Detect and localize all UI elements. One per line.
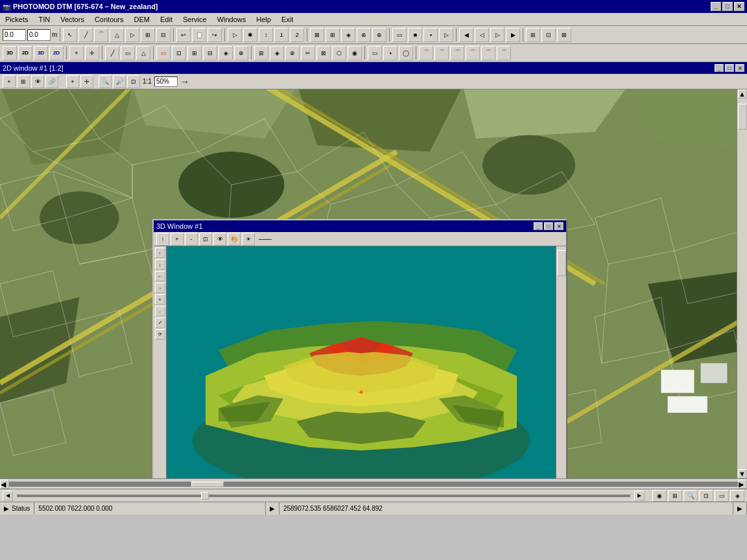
- tb2-s2[interactable]: ◈: [270, 46, 284, 60]
- menu-dem[interactable]: DEM: [129, 13, 155, 25]
- tb2-s3[interactable]: ⊕: [285, 46, 300, 60]
- tb2-r5[interactable]: ◈: [219, 46, 233, 60]
- tb-btn-27[interactable]: ▷: [490, 28, 504, 42]
- nav-slider-thumb[interactable]: [201, 492, 209, 500]
- maximize-button[interactable]: □: [722, 2, 733, 11]
- tb2-tri[interactable]: △: [136, 46, 150, 60]
- win2d-tb-zin[interactable]: 🔍: [99, 75, 112, 88]
- tb2-2d[interactable]: 2D: [18, 46, 32, 60]
- win3d-tb-zout[interactable]: -: [185, 233, 198, 246]
- tb2-plus[interactable]: +: [69, 46, 84, 60]
- panel-btn-1[interactable]: ↑: [155, 248, 165, 258]
- menu-service[interactable]: Service: [178, 13, 212, 25]
- menu-pickets[interactable]: Pickets: [0, 13, 33, 25]
- menu-contours[interactable]: Contours: [89, 13, 129, 25]
- map-canvas[interactable]: 3D Window #1 _ □ ✕ ↑ + - ⊡ 👁 🎨 ☀ ——: [0, 89, 747, 478]
- tb-btn-14[interactable]: 1: [274, 28, 289, 42]
- nav-prev[interactable]: ◀: [3, 491, 13, 501]
- win3d-close[interactable]: ✕: [554, 222, 563, 230]
- win2d-tb-fit[interactable]: ⊡: [127, 75, 140, 88]
- tb-btn-23[interactable]: ▪: [423, 28, 438, 42]
- win2d-tb-zout[interactable]: 🔎: [113, 75, 126, 88]
- tb-btn-16[interactable]: ⊠: [310, 28, 324, 42]
- tb-btn-21[interactable]: ▭: [392, 28, 407, 42]
- win2d-maximize[interactable]: □: [725, 64, 734, 72]
- tb-btn-1[interactable]: ↖: [63, 28, 77, 42]
- status-arrow2[interactable]: ▶: [737, 505, 742, 512]
- tb-btn-9[interactable]: 📋: [192, 28, 206, 42]
- panel-btn-3[interactable]: ←: [155, 271, 165, 281]
- tb2-r1[interactable]: ▭: [156, 46, 171, 60]
- win3d-tb-light[interactable]: ☀: [242, 233, 255, 246]
- panel-btn-8[interactable]: ⟳: [155, 329, 165, 340]
- tb-btn-24[interactable]: ▷: [439, 28, 453, 42]
- tb2-r4[interactable]: ⊟: [203, 46, 217, 60]
- win2d-tb-add[interactable]: +: [3, 75, 16, 88]
- win3d-tb-fit[interactable]: ⊡: [199, 233, 212, 246]
- tb-btn-19[interactable]: ⊗: [357, 28, 371, 42]
- win3d-tb-eye[interactable]: 👁: [213, 233, 226, 246]
- tb2-t1[interactable]: ▭: [368, 46, 382, 60]
- tb-btn-29[interactable]: ⊞: [526, 28, 540, 42]
- tb2-r6[interactable]: ⊗: [234, 46, 248, 60]
- win3d-canvas[interactable]: [167, 246, 556, 478]
- tb2-2d2[interactable]: 2D: [49, 46, 64, 60]
- tb-btn-18[interactable]: ◈: [341, 28, 355, 42]
- menu-help[interactable]: Help: [251, 13, 276, 25]
- tb-btn-2[interactable]: ╱: [78, 28, 93, 42]
- menu-tin[interactable]: TIN: [33, 13, 55, 25]
- tb-btn-15[interactable]: 2: [290, 28, 304, 42]
- win2d-tb-layers[interactable]: ⊞: [17, 75, 30, 88]
- tb2-s4[interactable]: ✂: [301, 46, 315, 60]
- win2d-zoom-arrow[interactable]: →: [179, 76, 191, 87]
- win3d-vscroll-thumb[interactable]: [557, 250, 566, 276]
- win2d-tb-eye[interactable]: 👁: [31, 75, 44, 88]
- menu-exit[interactable]: Exit: [276, 13, 298, 25]
- tb-btn-13[interactable]: ↕: [259, 28, 273, 42]
- nav-icon-6[interactable]: ◈: [730, 490, 744, 502]
- nav-icon-3[interactable]: 🔍: [683, 490, 698, 502]
- menu-vectors[interactable]: Vectors: [55, 13, 89, 25]
- tb2-u1[interactable]: ⌒: [419, 46, 433, 60]
- tb-btn-30[interactable]: ⊡: [541, 28, 556, 42]
- tb-btn-6[interactable]: ⊞: [141, 28, 155, 42]
- tb2-cross[interactable]: ✛: [85, 46, 99, 60]
- win2d-tb-plus[interactable]: +: [66, 75, 79, 88]
- minimize-button[interactable]: _: [711, 2, 721, 11]
- tb-btn-10[interactable]: ↪: [208, 28, 222, 42]
- nav-icon-5[interactable]: ▭: [715, 490, 729, 502]
- tb2-3d2[interactable]: 3D: [34, 46, 48, 60]
- menu-edit[interactable]: Edit: [155, 13, 178, 25]
- status-arrow2-section[interactable]: ▶: [733, 502, 747, 515]
- win3d-tb-color[interactable]: 🎨: [228, 233, 241, 246]
- vscroll-down[interactable]: ▼: [738, 469, 747, 478]
- tb-btn-5[interactable]: ▷: [125, 28, 139, 42]
- tb-btn-4[interactable]: △: [110, 28, 124, 42]
- tb-btn-7[interactable]: ⊟: [156, 28, 171, 42]
- hscroll-right[interactable]: ▶: [738, 480, 747, 489]
- win3d-minimize[interactable]: _: [534, 222, 543, 230]
- tb2-s5[interactable]: ⊠: [316, 46, 331, 60]
- close-button[interactable]: ✕: [734, 2, 744, 11]
- tb2-line[interactable]: ╱: [105, 46, 119, 60]
- win2d-hscrollbar[interactable]: ◀ ▶: [0, 478, 747, 489]
- win2d-minimize[interactable]: _: [715, 64, 724, 72]
- nav-slider[interactable]: [17, 495, 630, 497]
- tb-btn-8[interactable]: ↩: [176, 28, 191, 42]
- nav-icon-2[interactable]: ⊞: [668, 490, 682, 502]
- tb-btn-26[interactable]: ◁: [475, 28, 489, 42]
- panel-btn-7[interactable]: ⤢: [155, 318, 165, 328]
- panel-btn-2[interactable]: ↓: [155, 259, 165, 270]
- win3d-maximize[interactable]: □: [544, 222, 553, 230]
- tb2-u5[interactable]: ⌒: [481, 46, 495, 60]
- win3d-tb-zin[interactable]: +: [171, 233, 184, 246]
- hscroll-left[interactable]: ◀: [0, 480, 9, 489]
- tb-btn-3[interactable]: ⌒: [94, 28, 108, 42]
- tb2-u2[interactable]: ⌒: [434, 46, 449, 60]
- nav-icon-1[interactable]: ◉: [652, 490, 667, 502]
- tb2-s7[interactable]: ◉: [348, 46, 362, 60]
- win2d-tb-link[interactable]: 🔗: [45, 75, 58, 88]
- tb2-u4[interactable]: ⌒: [466, 46, 480, 60]
- win2d-close[interactable]: ✕: [735, 64, 744, 72]
- tb2-t2[interactable]: ▪: [383, 46, 397, 60]
